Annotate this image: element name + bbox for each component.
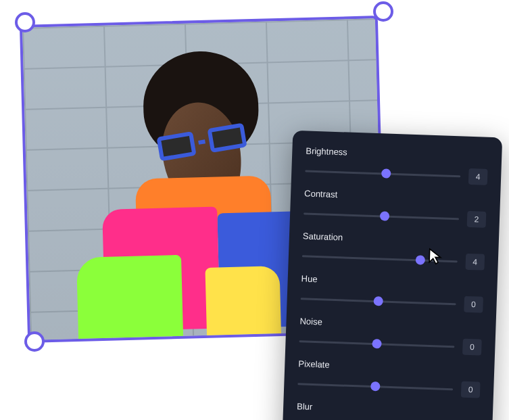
slider-track-brightness[interactable] <box>305 170 460 177</box>
slider-track-pixelate[interactable] <box>297 383 453 390</box>
slider-thumb[interactable] <box>370 381 380 391</box>
slider-thumb[interactable] <box>373 296 383 306</box>
slider-row-noise: Noise0 <box>299 316 483 355</box>
slider-track-saturation[interactable] <box>302 255 458 262</box>
slider-row-contrast: Contrast2 <box>304 188 487 227</box>
adjustments-panel: Brightness4Contrast2Saturation4Hue0Noise… <box>282 131 502 420</box>
slider-row-pixelate: Pixelate0 <box>297 358 481 398</box>
slider-thumb[interactable] <box>415 255 425 264</box>
slider-value[interactable]: 0 <box>464 296 483 313</box>
slider-control: 4 <box>305 162 488 185</box>
slider-label: Noise <box>299 316 482 332</box>
resize-handle-top-left[interactable] <box>15 12 35 32</box>
resize-handle-top-right[interactable] <box>373 1 393 22</box>
slider-value[interactable]: 4 <box>468 168 488 185</box>
lens-right <box>207 123 247 153</box>
slider-row-hue: Hue0 <box>300 273 484 312</box>
slider-row-brightness: Brightness4 <box>305 145 489 185</box>
slider-control: 0 <box>297 375 481 398</box>
slider-thumb[interactable] <box>379 211 389 220</box>
slider-track-hue[interactable] <box>301 298 456 305</box>
slider-row-saturation: Saturation4 <box>302 231 486 270</box>
slider-row-blur: Blur0 <box>296 401 480 420</box>
bridge <box>198 139 205 145</box>
slider-control: 0 <box>300 290 483 312</box>
slider-thumb[interactable] <box>381 168 391 178</box>
jacket-panel-green <box>76 255 183 339</box>
jacket-panel-yellow <box>205 266 281 335</box>
slider-track-noise[interactable] <box>299 340 454 348</box>
resize-handle-bottom-left[interactable] <box>24 331 45 352</box>
slider-control: 0 <box>299 333 482 355</box>
slider-label: Pixelate <box>298 358 481 375</box>
slider-label: Hue <box>301 273 484 289</box>
lens-left <box>156 131 196 161</box>
slider-value[interactable]: 0 <box>462 339 482 356</box>
slider-value[interactable]: 0 <box>461 381 481 398</box>
slider-label: Saturation <box>303 231 485 247</box>
slider-value[interactable]: 4 <box>465 254 485 271</box>
slider-track-contrast[interactable] <box>304 212 459 220</box>
slider-value[interactable]: 2 <box>467 211 487 228</box>
slider-label: Blur <box>297 401 479 417</box>
slider-label: Brightness <box>306 145 488 162</box>
slider-label: Contrast <box>304 188 487 204</box>
slider-control: 2 <box>304 205 487 227</box>
slider-control: 4 <box>302 248 485 270</box>
slider-thumb[interactable] <box>372 339 381 348</box>
